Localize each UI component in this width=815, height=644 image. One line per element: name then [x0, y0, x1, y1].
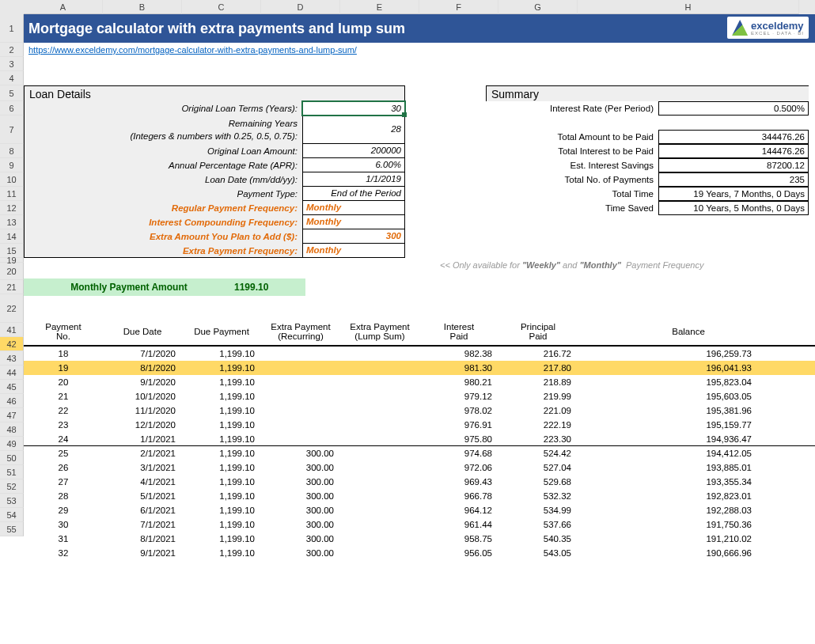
summary-value-4[interactable]: 87200.12	[658, 158, 809, 172]
row-header-6[interactable]: 6	[0, 101, 24, 116]
cell[interactable]: 7/1/2020	[103, 347, 182, 361]
summary-value-7[interactable]: 10 Years, 5 Months, 0 Days	[658, 201, 809, 215]
cell[interactable]: 1,199.10	[182, 347, 261, 361]
cell[interactable]	[261, 347, 340, 361]
loan-value-9[interactable]: Monthly	[302, 244, 405, 258]
cell[interactable]: 543.05	[498, 546, 578, 560]
loan-value-8[interactable]: 300	[302, 229, 405, 244]
table-header-col-5[interactable]: Interest Paid	[419, 318, 498, 345]
table-row[interactable]: 2312/1/20201,199.10976.91222.19195,159.7…	[24, 418, 815, 432]
cell[interactable]: 216.72	[498, 347, 578, 361]
cell[interactable]: 1,199.10	[182, 375, 261, 389]
cell[interactable]	[340, 489, 419, 503]
cell[interactable]: 1,199.10	[182, 418, 261, 432]
cell[interactable]: 1,199.10	[182, 403, 261, 418]
cell[interactable]: 25	[24, 446, 103, 460]
cell[interactable]: 1,199.10	[182, 532, 261, 546]
cell[interactable]: 300.00	[261, 460, 340, 475]
cell[interactable]	[261, 432, 340, 445]
cell[interactable]: 196,041.93	[578, 361, 799, 375]
cell[interactable]: 1,199.10	[182, 432, 261, 445]
cell[interactable]: 300.00	[261, 503, 340, 517]
summary-value-0[interactable]: 0.500%	[658, 101, 809, 116]
table-row[interactable]: 252/1/20211,199.10300.00974.68524.42194,…	[24, 446, 815, 460]
loan-value-2[interactable]: 200000	[302, 144, 405, 158]
cell[interactable]	[261, 403, 340, 418]
row-header-20[interactable]: 20	[0, 263, 24, 280]
row-header-22[interactable]: 22	[0, 294, 24, 323]
row-header-13[interactable]: 13	[0, 215, 24, 229]
column-header-h[interactable]: H	[578, 0, 799, 14]
cell[interactable]: 195,159.77	[578, 418, 799, 432]
cell[interactable]: 27	[24, 475, 103, 489]
cell[interactable]: 8/1/2021	[103, 532, 182, 546]
column-header-f[interactable]: F	[419, 0, 498, 14]
cell[interactable]	[340, 375, 419, 389]
cell[interactable]: 1,199.10	[182, 446, 261, 460]
table-row[interactable]: 2110/1/20201,199.10979.12219.99195,603.0…	[24, 389, 815, 403]
cell[interactable]: 222.19	[498, 418, 578, 432]
cell[interactable]: 537.66	[498, 517, 578, 532]
row-header-54[interactable]: 54	[0, 508, 24, 522]
cell[interactable]: 8/1/2020	[103, 361, 182, 375]
row-header-53[interactable]: 53	[0, 494, 24, 508]
row-header-52[interactable]: 52	[0, 479, 24, 494]
cell[interactable]	[261, 375, 340, 389]
row-header-4[interactable]: 4	[0, 71, 24, 85]
cell[interactable]: 12/1/2020	[103, 418, 182, 432]
cell[interactable]: 192,823.01	[578, 489, 799, 503]
cell[interactable]: 4/1/2021	[103, 475, 182, 489]
cell[interactable]: 1,199.10	[182, 489, 261, 503]
cell[interactable]: 1,199.10	[182, 517, 261, 532]
cell[interactable]: 21	[24, 389, 103, 403]
row-header-14[interactable]: 14	[0, 229, 24, 244]
cell[interactable]: 223.30	[498, 432, 578, 445]
cell[interactable]: 2/1/2021	[103, 446, 182, 460]
cell[interactable]: 1,199.10	[182, 503, 261, 517]
column-header-g[interactable]: G	[498, 0, 578, 14]
row-header-43[interactable]: 43	[0, 351, 24, 366]
cell[interactable]: 982.38	[419, 347, 498, 361]
cell[interactable]: 527.04	[498, 460, 578, 475]
cell[interactable]: 974.68	[419, 446, 498, 460]
cell[interactable]: 300.00	[261, 475, 340, 489]
cell[interactable]: 196,259.73	[578, 347, 799, 361]
cell[interactable]: 217.80	[498, 361, 578, 375]
cell[interactable]	[340, 403, 419, 418]
cell[interactable]	[340, 460, 419, 475]
loan-value-0[interactable]: 30	[302, 101, 405, 116]
cell[interactable]: 976.91	[419, 418, 498, 432]
table-row[interactable]: 285/1/20211,199.10300.00966.78532.32192,…	[24, 489, 815, 503]
cell[interactable]: 981.30	[419, 361, 498, 375]
cell[interactable]	[261, 389, 340, 403]
cell[interactable]: 31	[24, 532, 103, 546]
column-header-c[interactable]: C	[182, 0, 261, 14]
row-header-11[interactable]: 11	[0, 187, 24, 201]
cell[interactable]: 1/1/2021	[103, 432, 182, 445]
cell[interactable]: 191,750.36	[578, 517, 799, 532]
summary-value-2[interactable]: 344476.26	[658, 130, 809, 144]
row-header-45[interactable]: 45	[0, 380, 24, 394]
cell[interactable]	[340, 532, 419, 546]
cell[interactable]: 193,355.34	[578, 475, 799, 489]
cell[interactable]: 534.99	[498, 503, 578, 517]
cell[interactable]: 300.00	[261, 546, 340, 560]
cell[interactable]	[340, 432, 419, 445]
cell[interactable]: 26	[24, 460, 103, 475]
cell[interactable]: 529.68	[498, 475, 578, 489]
cell[interactable]	[340, 418, 419, 432]
row-header-44[interactable]: 44	[0, 366, 24, 380]
cell[interactable]: 5/1/2021	[103, 489, 182, 503]
cell[interactable]: 11/1/2020	[103, 403, 182, 418]
cell[interactable]: 966.78	[419, 489, 498, 503]
cell[interactable]: 956.05	[419, 546, 498, 560]
cell[interactable]: 3/1/2021	[103, 460, 182, 475]
table-header-col-1[interactable]: Due Date	[103, 318, 182, 345]
cell[interactable]: 980.21	[419, 375, 498, 389]
cell[interactable]: 193,885.01	[578, 460, 799, 475]
loan-value-7[interactable]: Monthly	[302, 215, 405, 229]
table-header-col-0[interactable]: Payment No.	[24, 318, 103, 345]
table-row[interactable]: 2211/1/20201,199.10978.02221.09195,381.9…	[24, 403, 815, 418]
cell[interactable]: 9/1/2021	[103, 546, 182, 560]
cell[interactable]: 19	[24, 361, 103, 375]
